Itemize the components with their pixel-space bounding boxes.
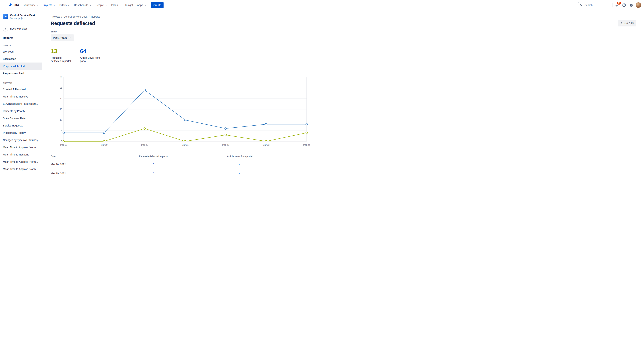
sidebar-item[interactable]: Requests deflected xyxy=(0,62,42,70)
breadcrumb-project[interactable]: Central Service Desk xyxy=(64,15,88,18)
sidebar-item[interactable]: Requests resolved xyxy=(0,70,42,77)
stat-block: 64 Article views from portal xyxy=(80,48,109,63)
date-range-dropdown[interactable]: Past 7 days xyxy=(51,34,74,41)
svg-text:Mar 20: Mar 20 xyxy=(141,144,148,146)
nav-item-label: Insight xyxy=(125,4,133,6)
article-views-link[interactable]: 4 xyxy=(239,172,240,174)
sidebar-item[interactable]: SLA (Resolution) - Met vs Bre... xyxy=(0,100,42,107)
row-date: Mar 18, 2022 xyxy=(51,163,110,166)
sidebar-custom-items: Created & Resolved Mean Time to Resolve … xyxy=(0,86,42,173)
svg-text:20: 20 xyxy=(60,97,62,100)
chevron-down-icon xyxy=(89,4,92,6)
nav-item-label: Apps xyxy=(137,4,143,6)
jira-logo-icon xyxy=(9,3,13,7)
chevron-down-icon xyxy=(53,4,56,6)
nav-item[interactable]: Your work xyxy=(22,0,40,10)
jira-logo-text: Jira xyxy=(14,3,19,7)
app-switcher-icon xyxy=(4,3,7,7)
sidebar-item[interactable]: Created & Resolved xyxy=(0,86,42,93)
sidebar-item[interactable]: SLA - Success Rate xyxy=(0,115,42,122)
sidebar-item[interactable]: Problems by Priority xyxy=(0,129,42,136)
nav-item[interactable]: Projects xyxy=(40,0,57,10)
table-header: Date Requests deflected in portal Articl… xyxy=(51,153,322,160)
nav-item-label: Dashboards xyxy=(74,4,88,6)
sidebar-item-label: Mean Time to Respond xyxy=(3,153,29,156)
sidebar-item-label: Mean Time to Approve 'Norm... xyxy=(3,168,38,171)
row-views-cell: 4 xyxy=(197,172,283,174)
project-sidebar: Central Service Desk Service project Bac… xyxy=(0,10,42,174)
sidebar-item[interactable]: Changes by Type (All Statuses) xyxy=(0,136,42,144)
table-row: Mar 19, 2022 0 4 xyxy=(51,169,322,174)
back-arrow-icon xyxy=(3,26,8,31)
row-date: Mar 19, 2022 xyxy=(51,172,110,174)
breadcrumb-projects[interactable]: Projects xyxy=(51,15,60,18)
main-content: Projects Central Service Desk Reports Re… xyxy=(42,10,322,174)
sidebar-item-label: Satisfaction xyxy=(3,57,16,60)
deflected-count-link[interactable]: 0 xyxy=(153,172,154,174)
project-header: Central Service Desk Service project xyxy=(0,10,42,21)
sidebar-item-label: Incidents by Priority xyxy=(3,110,25,112)
nav-item[interactable]: Apps xyxy=(135,0,148,10)
svg-text:0: 0 xyxy=(61,140,62,143)
sidebar-item-label: Requests resolved xyxy=(3,72,24,75)
nav-item[interactable]: Dashboards xyxy=(72,0,94,10)
sidebar-item-label: SLA - Success Rate xyxy=(3,117,26,120)
chevron-down-icon xyxy=(144,4,146,6)
jira-logo[interactable]: Jira xyxy=(9,3,19,7)
app-switcher-button[interactable] xyxy=(2,2,8,8)
sidebar-item[interactable]: Mean Time to Resolve xyxy=(0,93,42,100)
sidebar-item-label: Problems by Priority xyxy=(3,131,26,134)
sidebar-item-label: Workload xyxy=(3,50,14,53)
sidebar-item[interactable]: Mean Time to Approve 'Norm... xyxy=(0,144,42,151)
sidebar-item-label: SLA (Resolution) - Met vs Bre... xyxy=(3,102,38,105)
deflected-count-link[interactable]: 0 xyxy=(153,163,154,166)
row-views-cell: 4 xyxy=(197,163,283,166)
date-range-value: Past 7 days xyxy=(53,36,68,39)
sidebar-item[interactable]: Workload xyxy=(0,48,42,55)
stat-label: Article views from portal xyxy=(80,56,101,63)
svg-text:Mar 23: Mar 23 xyxy=(263,144,270,146)
sidebar-item-label: Mean Time to Approve 'Norm... xyxy=(3,160,38,163)
sidebar-item[interactable]: Mean Time to Approve 'Norm... xyxy=(0,165,42,173)
create-button[interactable]: Create xyxy=(151,2,164,8)
nav-item-label: Filters xyxy=(60,4,66,6)
svg-text:10: 10 xyxy=(60,119,62,121)
sidebar-item[interactable]: Service Requests xyxy=(0,122,42,129)
chevron-down-icon xyxy=(69,36,72,39)
nav-item[interactable]: Plans xyxy=(109,0,123,10)
topbar-left: Jira Your work Projects xyxy=(2,0,164,10)
chart-container: 051015202530Mar 18Mar 19Mar 20Mar 21Mar … xyxy=(51,76,322,149)
back-to-project-button[interactable]: Back to project xyxy=(0,25,42,32)
sidebar-item[interactable]: Satisfaction xyxy=(0,55,42,62)
nav-item-label: Plans xyxy=(111,4,118,6)
nav-item-label: Projects xyxy=(42,4,52,6)
nav-item[interactable]: People xyxy=(94,0,109,10)
show-label: Show xyxy=(51,30,322,33)
nav-item[interactable]: Insight xyxy=(123,0,135,10)
stat-block: 13 Requests deflected in portal xyxy=(51,48,80,63)
sidebar-item-label: Requests deflected xyxy=(3,65,25,68)
stat-value: 13 xyxy=(51,48,80,54)
rocket-icon xyxy=(3,14,8,19)
project-type: Service project xyxy=(10,17,35,19)
stat-value: 64 xyxy=(80,48,109,54)
row-deflected-cell: 0 xyxy=(110,163,197,166)
sidebar-item-label: Mean Time to Approve 'Norm... xyxy=(3,146,38,149)
report-table: Date Requests deflected in portal Articl… xyxy=(51,153,322,174)
article-views-link[interactable]: 4 xyxy=(239,163,240,166)
breadcrumb-reports[interactable]: Reports xyxy=(91,15,100,18)
sidebar-group-default: DEFAULT Workload Satisfaction Requests d… xyxy=(0,39,42,77)
column-header-views: Article views from portal xyxy=(197,155,283,158)
chevron-down-icon xyxy=(68,4,70,6)
sidebar-item[interactable]: Mean Time to Respond xyxy=(0,151,42,158)
sidebar-item[interactable]: Mean Time to Approve 'Norm... xyxy=(0,158,42,165)
svg-text:5: 5 xyxy=(61,129,62,132)
sidebar-item[interactable]: Incidents by Priority xyxy=(0,107,42,115)
summary-stats: 13 Requests deflected in portal 64 Artic… xyxy=(51,48,322,63)
stat-label: Requests deflected in portal xyxy=(51,56,72,63)
nav-item[interactable]: Filters xyxy=(58,0,72,10)
table-body: Mar 18, 2022 0 4 Mar 19, 2022 0 xyxy=(51,160,322,174)
breadcrumb: Projects Central Service Desk Reports xyxy=(51,15,322,18)
sidebar-group-custom: CUSTOM Created & Resolved Mean Time to R… xyxy=(0,77,42,173)
sidebar-heading-reports: Reports xyxy=(3,36,39,39)
